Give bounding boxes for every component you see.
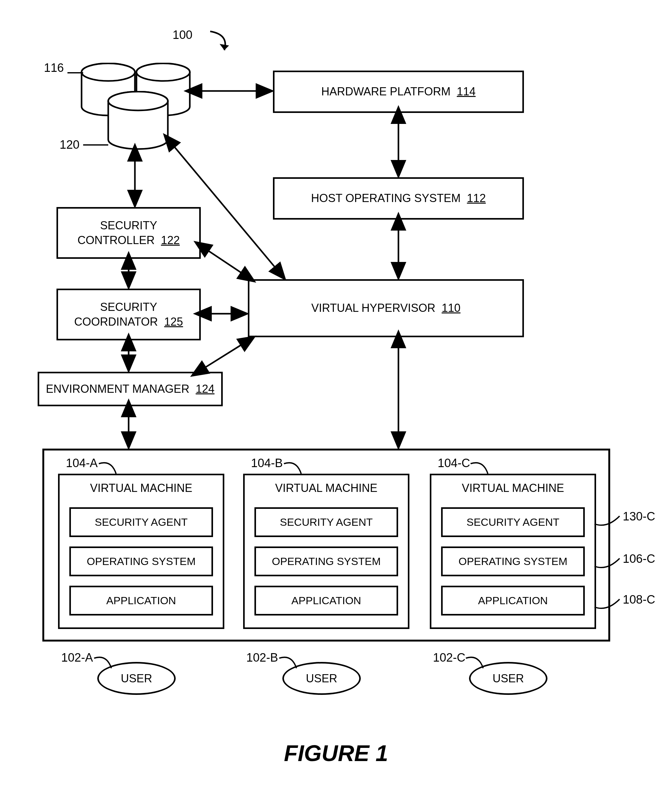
vm-c-application: APPLICATION bbox=[441, 586, 585, 615]
security-controller-l1: SECURITY bbox=[100, 219, 157, 232]
vm-a-security-agent: SECURITY AGENT bbox=[69, 507, 213, 537]
storage-front-ref: 120 bbox=[59, 138, 79, 152]
vm-b-security-agent: SECURITY AGENT bbox=[254, 507, 398, 537]
vm-a-title: VIRTUAL MACHINE bbox=[90, 482, 192, 495]
security-controller-l2: CONTROLLER bbox=[77, 234, 155, 247]
svg-point-4 bbox=[136, 63, 190, 81]
virtual-hypervisor-box: VIRTUAL HYPERVISOR 110 bbox=[248, 279, 524, 337]
user-a-ref: 102-A bbox=[61, 651, 93, 664]
vm-box-b: VIRTUAL MACHINE SECURITY AGENT OPERATING… bbox=[243, 474, 410, 629]
vm-box-a: VIRTUAL MACHINE SECURITY AGENT OPERATING… bbox=[58, 474, 224, 629]
svg-line-20 bbox=[201, 339, 251, 370]
svg-point-6 bbox=[108, 91, 168, 110]
environment-manager-label: ENVIRONMENT MANAGER bbox=[46, 383, 189, 395]
security-controller-ref: 122 bbox=[161, 234, 180, 247]
lead-120 bbox=[83, 144, 108, 146]
user-b: USER bbox=[282, 662, 361, 695]
vm-c-security-agent-ref: 130-C bbox=[623, 510, 655, 523]
vm-b-title: VIRTUAL MACHINE bbox=[275, 482, 378, 495]
vm-a-operating-system: OPERATING SYSTEM bbox=[69, 546, 213, 576]
vm-c-operating-system: OPERATING SYSTEM bbox=[441, 546, 585, 576]
virtual-hypervisor-ref: 110 bbox=[442, 301, 461, 314]
vm-a-application: APPLICATION bbox=[69, 586, 213, 615]
vm-c-title: VIRTUAL MACHINE bbox=[462, 482, 564, 495]
figure-id-label: 100 bbox=[173, 28, 192, 42]
virtual-hypervisor-label: VIRTUAL HYPERVISOR bbox=[311, 301, 435, 314]
security-coordinator-ref: 125 bbox=[164, 315, 183, 328]
svg-marker-0 bbox=[219, 44, 229, 50]
vm-c-security-agent: SECURITY AGENT bbox=[441, 507, 585, 537]
figure-caption: FIGURE 1 bbox=[0, 740, 672, 766]
vm-b-operating-system: OPERATING SYSTEM bbox=[254, 546, 398, 576]
svg-line-18 bbox=[204, 248, 251, 279]
vm-box-c: VIRTUAL MACHINE SECURITY AGENT OPERATING… bbox=[430, 474, 596, 629]
lead-116 bbox=[67, 72, 83, 74]
vm-c-os-hook bbox=[595, 554, 623, 573]
storage-cylinder-front bbox=[107, 91, 170, 150]
host-os-ref: 112 bbox=[467, 192, 486, 205]
svg-point-2 bbox=[82, 63, 135, 81]
security-coordinator-l2: COORDINATOR bbox=[74, 315, 158, 328]
vm-a-ref: 104-A bbox=[66, 456, 98, 470]
security-controller-box: SECURITY CONTROLLER 122 bbox=[56, 207, 201, 259]
user-a: USER bbox=[97, 662, 176, 695]
vm-c-operating-system-ref: 106-C bbox=[623, 552, 655, 566]
user-c-ref: 102-C bbox=[433, 651, 466, 664]
host-os-label: HOST OPERATING SYSTEM bbox=[311, 192, 461, 205]
vm-c-application-ref: 108-C bbox=[623, 593, 655, 607]
hardware-platform-label: HARDWARE PLATFORM bbox=[321, 85, 451, 98]
hardware-platform-box: HARDWARE PLATFORM 114 bbox=[273, 70, 524, 113]
environment-manager-ref: 124 bbox=[196, 383, 214, 395]
vm-c-ref: 104-C bbox=[438, 456, 470, 470]
security-coordinator-l1: SECURITY bbox=[100, 301, 157, 314]
security-coordinator-box: SECURITY COORDINATOR 125 bbox=[56, 289, 201, 340]
user-b-ref: 102-B bbox=[246, 651, 278, 664]
vm-c-sa-hook bbox=[595, 511, 623, 530]
storage-cluster-ref: 116 bbox=[44, 61, 64, 75]
figure-id-hook bbox=[195, 31, 232, 56]
vm-c-app-hook bbox=[595, 594, 623, 613]
environment-manager-box: ENVIRONMENT MANAGER 124 bbox=[38, 372, 223, 406]
vm-b-ref: 104-B bbox=[251, 456, 283, 470]
host-os-box: HOST OPERATING SYSTEM 112 bbox=[273, 177, 524, 219]
hardware-platform-ref: 114 bbox=[457, 85, 475, 98]
user-c: USER bbox=[469, 662, 547, 695]
vm-b-application: APPLICATION bbox=[254, 586, 398, 615]
